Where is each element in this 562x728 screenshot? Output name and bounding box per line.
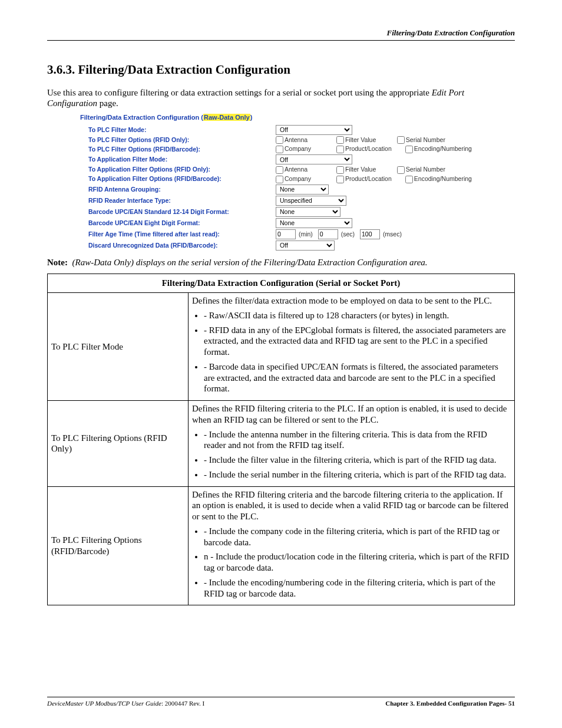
note-text: (Raw-Data Only) displays on the serial v… bbox=[72, 258, 427, 267]
checkbox-filter-value[interactable] bbox=[336, 136, 344, 144]
list-item: - Include the company code in the filter… bbox=[204, 526, 511, 548]
config-form-screenshot: Filtering/Data Extraction Configuration … bbox=[80, 114, 515, 251]
checkbox-serial-2[interactable] bbox=[397, 166, 405, 174]
row-label-1: To PLC Filter Mode bbox=[48, 293, 189, 401]
list-item: - Include the encoding/numbering code in… bbox=[204, 577, 511, 599]
input-age-sec[interactable] bbox=[318, 229, 338, 239]
checkbox-antenna[interactable] bbox=[276, 136, 283, 144]
select-bc8[interactable]: None bbox=[276, 218, 352, 228]
note: Note: (Raw-Data Only) displays on the se… bbox=[47, 257, 515, 268]
form-table: To PLC Filter Mode: Off To PLC Filter Op… bbox=[80, 124, 477, 251]
row-label-2: To PLC Filtering Options (RFID Only) bbox=[48, 401, 189, 487]
select-to-app-mode[interactable]: Off bbox=[276, 154, 352, 164]
checkbox-antenna-2[interactable] bbox=[276, 166, 283, 174]
label-to-app-rb: To Application Filter Options (RFID/Barc… bbox=[80, 174, 273, 184]
note-label: Note: bbox=[47, 258, 68, 267]
label-bc1214: Barcode UPC/EAN Standard 12-14 Digit For… bbox=[80, 206, 273, 218]
label-discard: Discard Unrecognized Data (RFID/Barcode)… bbox=[80, 240, 273, 251]
section-number: 3.6.3. bbox=[47, 62, 75, 77]
select-bc1214[interactable]: None bbox=[276, 207, 340, 217]
label-ant-group: RFID Antenna Grouping: bbox=[80, 184, 273, 195]
intro-text-a: Use this area to configure filtering or … bbox=[47, 88, 432, 97]
input-age-min[interactable] bbox=[276, 229, 296, 239]
label-reader-if: RFID Reader Interface Type: bbox=[80, 195, 273, 206]
label-age: Filter Age Time (Time filtered after las… bbox=[80, 229, 273, 240]
row-label-3: To PLC Filtering Options (RFID/Barcode) bbox=[48, 486, 189, 605]
section-title-text: Filtering/Data Extraction Configuration bbox=[78, 62, 290, 77]
description-table: Filtering/Data Extraction Configuration … bbox=[47, 274, 515, 605]
label-to-plc-rb: To PLC Filter Options (RFID/Barcode): bbox=[80, 144, 273, 154]
label-to-app-mode: To Application Filter Mode: bbox=[80, 154, 273, 165]
checkbox-encnum[interactable] bbox=[405, 146, 413, 153]
checkbox-prodloc[interactable] bbox=[336, 146, 344, 153]
select-ant-group[interactable]: None bbox=[276, 185, 329, 195]
input-age-msec[interactable] bbox=[360, 229, 380, 239]
checkbox-encnum-2[interactable] bbox=[405, 176, 413, 183]
form-title: Filtering/Data Extraction Configuration … bbox=[80, 114, 515, 122]
row-desc-3: Defines the RFID filtering criteria and … bbox=[189, 486, 515, 605]
unit-sec: (sec) bbox=[341, 230, 355, 238]
select-to-plc-mode[interactable]: Off bbox=[276, 125, 352, 135]
section-heading: 3.6.3. Filtering/Data Extraction Configu… bbox=[47, 62, 515, 77]
list-item: - Barcode data in specified UPC/EAN form… bbox=[204, 361, 511, 394]
row-desc-1: Defines the filter/data extraction mode … bbox=[189, 293, 515, 401]
checkbox-filter-value-2[interactable] bbox=[336, 166, 344, 174]
label-to-plc-mode: To PLC Filter Mode: bbox=[80, 124, 273, 136]
row-desc-2: Defines the RFID filtering criteria to t… bbox=[189, 401, 515, 487]
unit-msec: (msec) bbox=[383, 230, 402, 238]
highlight: Raw-Data Only bbox=[203, 114, 250, 121]
intro-text-b: page. bbox=[97, 98, 118, 108]
list-item: - Include the serial number in the filte… bbox=[204, 469, 511, 480]
checkbox-serial[interactable] bbox=[397, 136, 405, 144]
label-bc8: Barcode UPC/EAN Eight Digit Format: bbox=[80, 218, 273, 229]
checkbox-company-2[interactable] bbox=[276, 176, 283, 183]
list-item: n - Include the product/location code in… bbox=[204, 551, 511, 574]
unit-min: (min) bbox=[299, 230, 313, 238]
table-header: Filtering/Data Extraction Configuration … bbox=[48, 274, 515, 293]
label-to-app-rfid: To Application Filter Options (RFID Only… bbox=[80, 165, 273, 174]
checkbox-prodloc-2[interactable] bbox=[336, 176, 344, 183]
list-item: - Include the antenna number in the filt… bbox=[204, 429, 511, 452]
running-header: Filtering/Data Extraction Configuration bbox=[47, 28, 515, 41]
select-discard[interactable]: Off bbox=[276, 241, 335, 251]
list-item: - Include the filter value in the filter… bbox=[204, 454, 511, 466]
label-to-plc-rfid: To PLC Filter Options (RFID Only): bbox=[80, 136, 273, 145]
checkbox-company[interactable] bbox=[276, 146, 283, 153]
select-reader-if[interactable]: Unspecified bbox=[276, 196, 346, 206]
list-item: - RFID data in any of the EPCglobal form… bbox=[204, 325, 511, 358]
intro-paragraph: Use this area to configure filtering or … bbox=[47, 87, 515, 110]
list-item: - Raw/ASCII data is filtered up to 128 c… bbox=[204, 310, 511, 321]
